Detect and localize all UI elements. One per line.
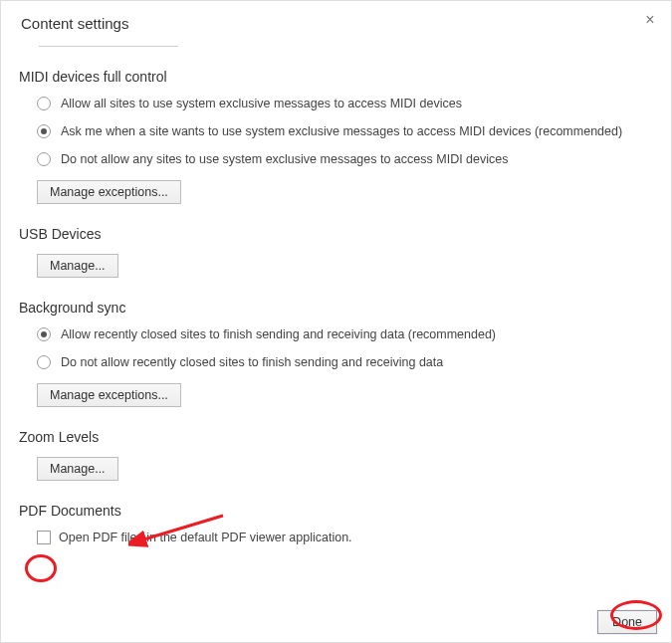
section-pdf: PDF Documents Open PDF files in the defa… [19, 503, 657, 544]
section-title-zoom: Zoom Levels [19, 429, 657, 445]
dialog-title: Content settings [21, 15, 651, 32]
dialog-header: Content settings × [1, 1, 671, 40]
midi-option-ask[interactable]: Ask me when a site wants to use system e… [37, 124, 657, 138]
usb-manage-button[interactable]: Manage... [37, 254, 118, 278]
close-icon[interactable]: × [643, 13, 657, 27]
radio-icon[interactable] [37, 152, 51, 166]
option-label: Do not allow recently closed sites to fi… [61, 355, 443, 369]
radio-icon[interactable] [37, 355, 51, 369]
midi-manage-exceptions-button[interactable]: Manage exceptions... [37, 180, 181, 204]
midi-option-deny[interactable]: Do not allow any sites to use system exc… [37, 152, 657, 166]
dialog-footer: Done [1, 601, 671, 642]
done-button[interactable]: Done [597, 610, 657, 634]
section-midi: MIDI devices full control Allow all site… [19, 69, 657, 204]
midi-option-allow[interactable]: Allow all sites to use system exclusive … [37, 97, 657, 110]
checkbox-icon[interactable] [37, 531, 51, 544]
section-divider [39, 46, 178, 47]
section-title-pdf: PDF Documents [19, 503, 657, 519]
section-background-sync: Background sync Allow recently closed si… [19, 300, 657, 407]
content-settings-dialog: Content settings × MIDI devices full con… [0, 0, 672, 643]
zoom-manage-button[interactable]: Manage... [37, 457, 118, 481]
radio-icon[interactable] [37, 327, 51, 341]
radio-icon[interactable] [37, 97, 51, 110]
settings-scroll-area[interactable]: MIDI devices full control Allow all site… [1, 40, 671, 601]
section-usb: USB Devices Manage... [19, 226, 657, 278]
option-label: Open PDF files in the default PDF viewer… [59, 531, 352, 544]
bgsync-manage-exceptions-button[interactable]: Manage exceptions... [37, 383, 181, 407]
pdf-option-default-viewer[interactable]: Open PDF files in the default PDF viewer… [37, 531, 657, 544]
bgsync-option-deny[interactable]: Do not allow recently closed sites to fi… [37, 355, 657, 369]
section-title-bgsync: Background sync [19, 300, 657, 316]
option-label: Ask me when a site wants to use system e… [61, 124, 622, 138]
section-zoom: Zoom Levels Manage... [19, 429, 657, 481]
option-label: Do not allow any sites to use system exc… [61, 152, 509, 166]
option-label: Allow all sites to use system exclusive … [61, 97, 462, 110]
option-label: Allow recently closed sites to finish se… [61, 327, 496, 341]
section-title-usb: USB Devices [19, 226, 657, 242]
radio-icon[interactable] [37, 124, 51, 138]
bgsync-option-allow[interactable]: Allow recently closed sites to finish se… [37, 327, 657, 341]
section-title-midi: MIDI devices full control [19, 69, 657, 85]
